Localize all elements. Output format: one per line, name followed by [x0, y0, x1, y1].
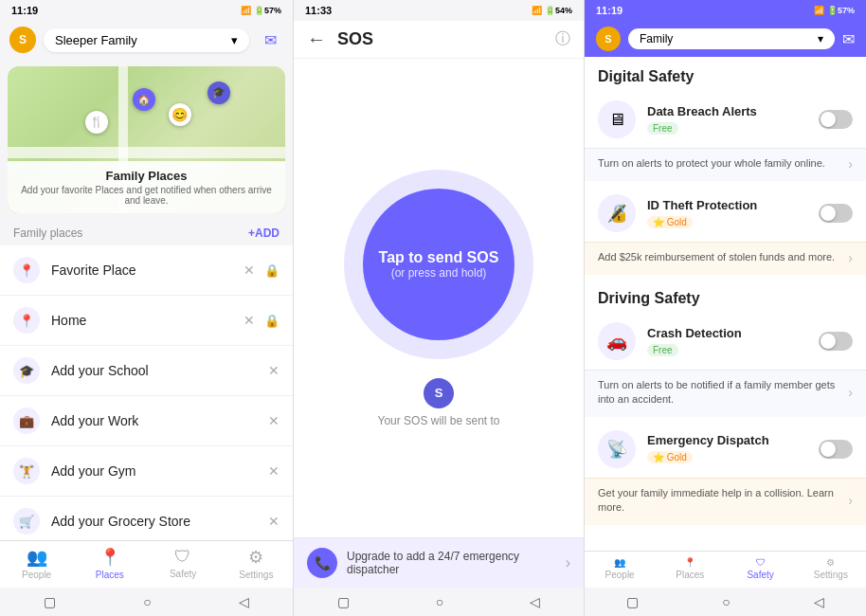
emergency-name: Emergency Dispatch — [647, 433, 807, 447]
chevron-right-icon: › — [848, 385, 853, 400]
crash-icon: 🚗 — [598, 322, 636, 360]
list-item[interactable]: 🏋 Add your Gym ✕ — [0, 446, 293, 497]
place-actions: ✕ 🔒 — [244, 263, 280, 278]
data-breach-icon: 🖥 — [598, 100, 636, 138]
map-overlay-title: Family Places — [17, 169, 276, 183]
info-icon[interactable]: ⓘ — [555, 29, 570, 49]
gold-badge-emergency: ⭐ Gold — [647, 451, 693, 463]
p3-family-name: Family — [640, 32, 673, 45]
places-icon: 📍 — [684, 557, 695, 568]
mail-icon[interactable]: ✉ — [257, 27, 283, 53]
crash-desc-row[interactable]: Turn on alerts to be notified if a famil… — [585, 370, 866, 417]
lock-icon: 🔒 — [264, 263, 280, 278]
id-theft-toggle[interactable] — [819, 204, 853, 223]
battery-icon: 🔋57% — [254, 6, 281, 15]
panel-sos: 11:33 📶 🔋54% ← SOS ⓘ Tap to send SOS (or… — [294, 0, 585, 616]
map-pin-school: 🎓 — [207, 82, 230, 104]
signal-icon: 📶 — [532, 6, 542, 15]
dispatcher-icon: 📞 — [307, 548, 337, 578]
android-square[interactable]: ▢ — [626, 594, 639, 609]
panel-family-places: 11:19 📶 🔋57% S Sleeper Family ▾ ✉ 🍴 🏠 😊 … — [0, 0, 294, 616]
data-breach-desc-row[interactable]: Turn on alerts to protect your whole fam… — [585, 148, 866, 181]
list-item[interactable]: 📍 Favorite Place ✕ 🔒 — [0, 245, 293, 296]
status-icons-1: 📶 🔋57% — [241, 6, 281, 15]
crash-name: Crash Detection — [647, 326, 807, 340]
p3-nav-places[interactable]: 📍 Places — [655, 557, 725, 580]
place-actions: ✕ — [268, 413, 280, 428]
settings-icon: ⚙ — [248, 547, 263, 568]
status-icons-2: 📶 🔋54% — [532, 6, 572, 15]
nav-settings[interactable]: ⚙ Settings — [220, 547, 293, 580]
place-name: Add your Grocery Store — [51, 514, 257, 529]
data-breach-desc: Turn on alerts to protect your whole fam… — [598, 156, 848, 171]
sos-button[interactable]: Tap to send SOS (or press and hold) — [363, 189, 514, 340]
close-icon[interactable]: ✕ — [268, 363, 280, 378]
android-square[interactable]: ▢ — [337, 594, 350, 609]
time-3: 11:19 — [596, 5, 622, 16]
sos-title: SOS — [337, 29, 544, 49]
place-icon-home: 📍 — [13, 307, 40, 334]
close-icon[interactable]: ✕ — [268, 413, 280, 428]
p3-nav-safety[interactable]: 🛡 Safety — [726, 557, 796, 580]
list-item[interactable]: 🎓 Add your School ✕ — [0, 346, 293, 396]
sos-upgrade-bar[interactable]: 📞 Upgrade to add a 24/7 emergency dispat… — [294, 537, 584, 588]
close-icon[interactable]: ✕ — [268, 463, 280, 479]
nav-safety[interactable]: 🛡 Safety — [147, 547, 220, 580]
android-nav-2: ▢ ○ ◁ — [294, 588, 584, 616]
places-row: Family places +ADD — [0, 221, 293, 245]
p3-family-selector[interactable]: Family ▾ — [628, 28, 835, 49]
close-icon[interactable]: ✕ — [244, 313, 255, 328]
android-back[interactable]: ◁ — [530, 594, 540, 609]
close-icon[interactable]: ✕ — [244, 263, 255, 278]
add-button[interactable]: +ADD — [248, 226, 280, 240]
android-square[interactable]: ▢ — [44, 594, 56, 609]
android-circle[interactable]: ○ — [436, 594, 443, 609]
nav-people[interactable]: 👥 People — [0, 547, 73, 580]
list-item[interactable]: 💼 Add your Work ✕ — [0, 396, 293, 446]
emergency-desc-row[interactable]: Get your family immediate help in a coll… — [585, 478, 866, 525]
list-item[interactable]: 📍 Home ✕ 🔒 — [0, 296, 293, 346]
recipient-avatar: S — [424, 378, 454, 408]
emergency-toggle[interactable] — [819, 440, 853, 459]
chevron-right-icon: › — [848, 493, 853, 508]
android-back[interactable]: ◁ — [239, 594, 249, 609]
p3-nav-settings[interactable]: ⚙ Settings — [796, 557, 866, 580]
id-theft-name: ID Theft Protection — [647, 198, 807, 212]
place-actions: ✕ — [268, 463, 280, 479]
digital-safety-section: Digital Safety — [585, 57, 866, 91]
avatar: S — [9, 27, 36, 53]
place-name: Add your Work — [51, 413, 257, 428]
panel-safety: 11:19 📶 🔋57% S Family ▾ ✉ Digital Safety… — [585, 0, 866, 616]
nav-places[interactable]: 📍 Places — [73, 547, 146, 580]
crash-toggle[interactable] — [819, 332, 853, 351]
family-selector[interactable]: Sleeper Family ▾ — [44, 28, 249, 52]
safety-item-emergency: 📡 Emergency Dispatch ⭐ Gold — [585, 421, 866, 478]
sos-outer-ring: Tap to send SOS (or press and hold) — [344, 170, 533, 359]
emergency-icon: 📡 — [598, 430, 636, 468]
mail-icon[interactable]: ✉ — [842, 30, 855, 48]
map-overlay: Family Places Add your favorite Places a… — [8, 161, 285, 213]
sos-upgrade-text: Upgrade to add a 24/7 emergency dispatch… — [347, 550, 566, 576]
id-theft-desc-row[interactable]: Add $25k reimbursement of stolen funds a… — [585, 242, 866, 275]
p3-nav-people[interactable]: 👥 People — [585, 557, 655, 580]
chevron-down-icon: ▾ — [231, 33, 238, 47]
android-circle[interactable]: ○ — [143, 594, 151, 609]
place-actions: ✕ — [268, 514, 280, 529]
list-item[interactable]: 🛒 Add your Grocery Store ✕ — [0, 497, 293, 540]
id-theft-info: ID Theft Protection ⭐ Gold — [647, 198, 807, 229]
data-breach-info: Data Breach Alerts Free — [647, 104, 807, 136]
sos-body: Tap to send SOS (or press and hold) S Yo… — [294, 59, 584, 537]
back-arrow-icon[interactable]: ← — [307, 28, 326, 50]
place-name: Add your School — [51, 363, 257, 378]
people-icon: 👥 — [614, 557, 625, 568]
place-icon-favorite: 📍 — [13, 257, 40, 283]
gold-badge: ⭐ Gold — [647, 216, 693, 228]
data-breach-toggle[interactable] — [819, 110, 853, 129]
android-circle[interactable]: ○ — [722, 594, 730, 609]
close-icon[interactable]: ✕ — [268, 514, 280, 529]
id-theft-desc: Add $25k reimbursement of stolen funds a… — [598, 250, 848, 264]
status-bar-1: 11:19 📶 🔋57% — [0, 0, 293, 21]
android-back[interactable]: ◁ — [814, 594, 824, 609]
place-actions: ✕ — [268, 363, 280, 378]
settings-icon: ⚙ — [826, 557, 835, 568]
